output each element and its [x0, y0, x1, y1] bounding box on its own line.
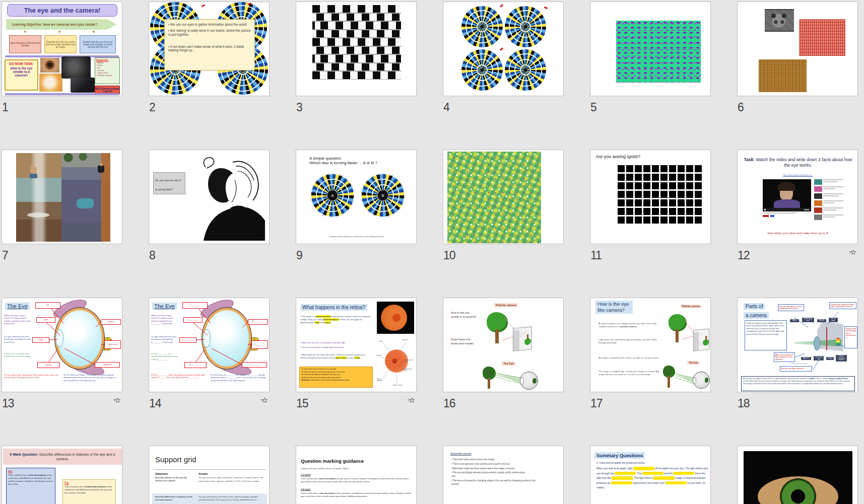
- part-tag: Converging lens: [802, 318, 814, 322]
- part-tag: Photo sensitive surface: [836, 355, 847, 362]
- related-video-item: [814, 193, 843, 199]
- part-tag: Focusing ring: [814, 356, 824, 361]
- slide-title: What happens in the retina?: [300, 304, 367, 311]
- animation-star-icon[interactable]: [849, 249, 856, 258]
- slide-24-thumbnail[interactable]: [737, 446, 858, 504]
- slide-15-thumbnail[interactable]: What happens in the retina? The retina i…: [296, 298, 417, 392]
- panda-stereogram-image: [765, 9, 794, 32]
- diagram-caption: Cross section of a camera: [791, 363, 808, 365]
- slide-17-thumbnail[interactable]: How is the eye like camera? A camera pro…: [590, 298, 711, 392]
- slide-8-thumbnail[interactable]: Do you see an old or a young lady?: [149, 150, 270, 244]
- disc-letter: A: [331, 193, 334, 198]
- animation-star-icon[interactable]: [113, 397, 120, 406]
- question-line: Q4 How do the electrical impulses get to…: [301, 377, 371, 379]
- callout-focus: Focuses the light coming in.: [780, 366, 812, 372]
- part-tag: Aperture: [801, 357, 811, 360]
- subscribe-badge: [763, 215, 769, 217]
- the-eye-label: The Eye: [687, 361, 699, 365]
- answer-blank: [642, 472, 663, 475]
- drifting-dashes-illusion: [616, 21, 701, 83]
- question-title-bold: 6 Mark Question: [10, 453, 37, 456]
- do-now-label: DO NOW TASK:: [7, 62, 36, 65]
- slide-20-thumbnail[interactable]: Support grid Statement Answer Describe f…: [149, 446, 270, 504]
- cafe-wall-illusion: [312, 5, 401, 80]
- outcome-text: Explain how the eye forms an image and c…: [80, 41, 115, 48]
- animation-star-icon[interactable]: [260, 397, 268, 406]
- slide-18-thumbnail[interactable]: Parts of a camera Cameras used to contai…: [737, 298, 858, 392]
- bullet-text: We use our eyes to gather information ab…: [168, 23, 251, 27]
- brick-row: [312, 47, 401, 54]
- slide-number: 18: [738, 397, 750, 410]
- slide-21-thumbnail[interactable]: Question marking guidance Compare the ey…: [296, 446, 417, 504]
- spinning-disc-illusion-a: A: [310, 173, 355, 218]
- old-young-lady-illusion: [188, 154, 267, 241]
- red-stereogram-image: [799, 19, 845, 56]
- video-link: https://www.youtube.com/watch?v=...: [738, 174, 858, 176]
- animation-star-icon[interactable]: [408, 397, 415, 406]
- task-label: Task: [744, 157, 754, 162]
- video-thumb: [814, 207, 822, 213]
- science-point: Both have a light-sensitive screen where…: [451, 467, 554, 471]
- slide-19-thumbnail[interactable]: 6 Mark Question: Describe differences in…: [2, 446, 122, 504]
- slide-9-thumbnail[interactable]: A simple question. Which disc is turning…: [296, 150, 417, 244]
- snake-tongue: [500, 47, 503, 50]
- cloze-paragraph: When you look at an apple, light off the…: [596, 466, 708, 490]
- part-tag: Focal point: [829, 318, 838, 322]
- down-arrow-icon: ▼: [23, 30, 27, 34]
- retina-label: Central retinal artery: [403, 369, 414, 372]
- slide-7-thumbnail[interactable]: [2, 150, 122, 244]
- marks-text: There needs to be a detailed description…: [64, 485, 114, 494]
- objective-arrow-banner: Learning Objective: How are cameras and …: [6, 19, 117, 30]
- rotating-snake-illusion: [505, 6, 546, 47]
- slide-12-thumbnail[interactable]: Task: Watch the video and write down 3 f…: [737, 150, 858, 244]
- slide-title: Summary Questions: [594, 452, 645, 459]
- caption-line: [763, 212, 796, 213]
- question-banner: 6 Mark Question: Describe differences in…: [3, 449, 122, 465]
- slide-13-thumbnail[interactable]: The Eye When you look at your friend, an…: [2, 298, 122, 392]
- outcome-text: State the parts of the eye and camera: [10, 42, 41, 47]
- slide-6-thumbnail[interactable]: [737, 2, 858, 96]
- marks-heading: 3-4 marks: [301, 488, 311, 490]
- spinning-disc-illusion-b: B: [361, 173, 405, 218]
- slide-14-thumbnail[interactable]: The Eye When you look at your friend, an…: [149, 298, 270, 392]
- text-box: We use our eyes to gather information ab…: [164, 19, 255, 70]
- inverted-tree-trunk: [705, 336, 707, 340]
- slide-number: 6: [738, 101, 744, 114]
- slide-number: 9: [296, 249, 302, 262]
- outcome-box-state: State the parts of the eye and camera: [9, 35, 41, 53]
- slide-1-thumbnail[interactable]: The eye and the camera! Learning Objecti…: [2, 2, 122, 96]
- slide-23-thumbnail[interactable]: Summary Questions 1. Copy and complete t…: [590, 446, 711, 504]
- science-point: The lens is focussed by changing shape i…: [451, 479, 537, 486]
- callout-aperture: Allows the amount of light allowed in to…: [774, 352, 795, 362]
- retina-label: Macula: [377, 354, 381, 356]
- slide-16-thumbnail[interactable]: How is the eye similar to a camera? Draw…: [443, 298, 564, 392]
- photo-figure: [30, 174, 37, 178]
- question-title-rest: : Describe differences in features of th…: [37, 453, 115, 461]
- slide-4-thumbnail[interactable]: [443, 2, 564, 96]
- slide-3-thumbnail[interactable]: [296, 2, 417, 96]
- marks-text: There needs to be a clear description of…: [8, 474, 53, 486]
- slide-11-thumbnail[interactable]: Are you seeing spots?: [590, 150, 711, 244]
- eye-photo-frame: [744, 451, 852, 504]
- progress-dot: [804, 209, 809, 210]
- footer-text: Now share your facts and make them up to…: [738, 232, 858, 235]
- slide-2-thumbnail[interactable]: We use our eyes to gather information ab…: [149, 2, 270, 96]
- science-point: They both have a lens to focus the image…: [451, 458, 554, 462]
- slide-title: Are you seeing spots?: [595, 154, 640, 159]
- part-tag: Image: [826, 357, 834, 360]
- slide-number: 3: [296, 101, 302, 114]
- slide-number: 2: [149, 101, 155, 114]
- retina-label: Fovea: [379, 340, 383, 342]
- eye-label-optic-nerve: Optic nerve: [104, 340, 121, 349]
- slide-22-thumbnail[interactable]: Scientific points They both have a lens …: [443, 446, 564, 504]
- eye-label-blank: O__________: [251, 340, 268, 349]
- question-box: Do you see an old or a young lady?: [153, 172, 185, 194]
- callout-sensor: Detects and records light that is focuss…: [844, 326, 857, 348]
- impulse-bullet: When light hits the rods and cones, chem…: [300, 353, 371, 359]
- eye-label-blank: L__________: [183, 317, 203, 323]
- play-icon: [764, 209, 766, 210]
- light-ray-lines: [443, 298, 564, 392]
- slide-5-thumbnail[interactable]: [590, 2, 711, 96]
- slide-10-thumbnail[interactable]: [443, 150, 564, 244]
- science-point: There is an aperture in the camera and a…: [451, 463, 554, 466]
